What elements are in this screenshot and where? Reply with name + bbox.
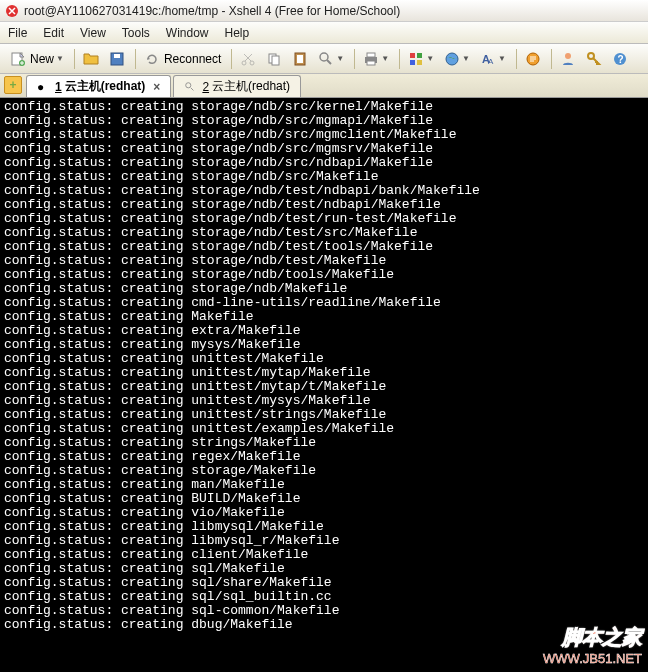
terminal-output[interactable]: config.status: creating storage/ndb/src/…	[0, 98, 648, 672]
terminal-line: config.status: creating storage/ndb/tool…	[4, 268, 644, 282]
svg-rect-13	[367, 53, 375, 57]
save-button[interactable]	[105, 48, 129, 70]
script-button[interactable]	[521, 48, 545, 70]
menubar: File Edit View Tools Window Help	[0, 22, 648, 44]
terminal-line: config.status: creating unittest/mysys/M…	[4, 394, 644, 408]
reconnect-button[interactable]: Reconnect	[140, 48, 225, 70]
new-button[interactable]: New▼	[6, 48, 68, 70]
terminal-line: config.status: creating storage/Makefile	[4, 464, 644, 478]
font-button[interactable]: AA▼	[476, 48, 510, 70]
terminal-line: config.status: creating sql/share/Makefi…	[4, 576, 644, 590]
chevron-down-icon: ▼	[381, 54, 389, 63]
bullet-icon: ●	[37, 80, 51, 94]
key-icon	[586, 51, 602, 67]
terminal-line: config.status: creating unittest/mytap/t…	[4, 380, 644, 394]
search-icon	[318, 51, 334, 67]
terminal-line: config.status: creating storage/ndb/src/…	[4, 128, 644, 142]
svg-rect-4	[114, 54, 120, 58]
separator	[135, 49, 136, 69]
separator	[354, 49, 355, 69]
terminal-line: config.status: creating cmd-line-utils/r…	[4, 296, 644, 310]
terminal-line: config.status: creating extra/Makefile	[4, 324, 644, 338]
terminal-line: config.status: creating storage/ndb/test…	[4, 198, 644, 212]
svg-rect-17	[410, 60, 415, 65]
close-tab-icon[interactable]: ×	[153, 80, 160, 94]
terminal-line: config.status: creating vio/Makefile	[4, 506, 644, 520]
open-button[interactable]	[79, 48, 103, 70]
terminal-line: config.status: creating storage/ndb/src/…	[4, 170, 644, 184]
toolbar: New▼ Reconnect ▼ ▼ ▼ ▼ AA▼ ?	[0, 44, 648, 74]
paste-button[interactable]	[288, 48, 312, 70]
font-icon: AA	[480, 51, 496, 67]
terminal-line: config.status: creating storage/ndb/Make…	[4, 282, 644, 296]
svg-rect-14	[367, 61, 375, 65]
user-icon	[560, 51, 576, 67]
tab-1[interactable]: ● 1 云主机(redhat) ×	[26, 75, 171, 97]
menu-edit[interactable]: Edit	[43, 26, 64, 40]
printer-icon	[363, 51, 379, 67]
svg-rect-15	[410, 53, 415, 58]
svg-rect-8	[272, 56, 279, 65]
globe-button[interactable]: ▼	[440, 48, 474, 70]
folder-icon	[83, 51, 99, 67]
reconnect-icon	[144, 51, 160, 67]
key-button[interactable]	[582, 48, 606, 70]
terminal-line: config.status: creating sql-common/Makef…	[4, 604, 644, 618]
terminal-line: config.status: creating storage/ndb/src/…	[4, 142, 644, 156]
terminal-line: config.status: creating storage/ndb/src/…	[4, 156, 644, 170]
terminal-line: config.status: creating storage/ndb/src/…	[4, 100, 644, 114]
menu-file[interactable]: File	[8, 26, 27, 40]
watermark-url: WWW.JB51.NET	[543, 651, 642, 666]
help-icon: ?	[612, 51, 628, 67]
tab-label: 云主机(redhat)	[65, 78, 146, 95]
svg-rect-18	[417, 60, 422, 65]
svg-text:A: A	[488, 57, 494, 66]
menu-window[interactable]: Window	[166, 26, 209, 40]
svg-point-11	[320, 53, 328, 61]
tab-bar: + ● 1 云主机(redhat) × 2 云主机(redhat)	[0, 74, 648, 98]
terminal-line: config.status: creating storage/ndb/test…	[4, 212, 644, 226]
tab-index: 2	[202, 80, 209, 94]
terminal-line: config.status: creating sql/Makefile	[4, 562, 644, 576]
add-tab-button[interactable]: +	[4, 76, 22, 94]
scissors-icon	[240, 51, 256, 67]
terminal-line: config.status: creating libmysql_r/Makef…	[4, 534, 644, 548]
separator	[551, 49, 552, 69]
svg-point-19	[446, 53, 458, 65]
terminal-line: config.status: creating unittest/strings…	[4, 408, 644, 422]
svg-point-23	[565, 53, 571, 59]
copy-icon	[266, 51, 282, 67]
terminal-line: config.status: creating mysys/Makefile	[4, 338, 644, 352]
chevron-down-icon: ▼	[426, 54, 434, 63]
terminal-line: config.status: creating unittest/Makefil…	[4, 352, 644, 366]
svg-rect-16	[417, 53, 422, 58]
terminal-line: config.status: creating storage/ndb/src/…	[4, 114, 644, 128]
menu-help[interactable]: Help	[225, 26, 250, 40]
color-button[interactable]: ▼	[404, 48, 438, 70]
print-button[interactable]: ▼	[359, 48, 393, 70]
terminal-line: config.status: creating storage/ndb/test…	[4, 226, 644, 240]
window-titlebar: root@AY110627031419c:/home/tmp - Xshell …	[0, 0, 648, 22]
menu-view[interactable]: View	[80, 26, 106, 40]
find-button[interactable]: ▼	[314, 48, 348, 70]
app-icon	[4, 3, 20, 19]
help-button[interactable]: ?	[608, 48, 632, 70]
tab-2[interactable]: 2 云主机(redhat)	[173, 75, 301, 97]
terminal-line: config.status: creating unittest/mytap/M…	[4, 366, 644, 380]
terminal-line: config.status: creating sql/sql_builtin.…	[4, 590, 644, 604]
disk-icon	[109, 51, 125, 67]
watermark-title: 脚本之家	[543, 624, 642, 651]
menu-tools[interactable]: Tools	[122, 26, 150, 40]
user-button[interactable]	[556, 48, 580, 70]
new-icon	[10, 51, 26, 67]
svg-text:?: ?	[617, 54, 623, 65]
cut-button[interactable]	[236, 48, 260, 70]
terminal-line: config.status: creating storage/ndb/test…	[4, 240, 644, 254]
globe-icon	[444, 51, 460, 67]
terminal-line: config.status: creating Makefile	[4, 310, 644, 324]
separator	[74, 49, 75, 69]
clipboard-icon	[292, 51, 308, 67]
separator	[399, 49, 400, 69]
copy-button[interactable]	[262, 48, 286, 70]
terminal-line: config.status: creating unittest/example…	[4, 422, 644, 436]
